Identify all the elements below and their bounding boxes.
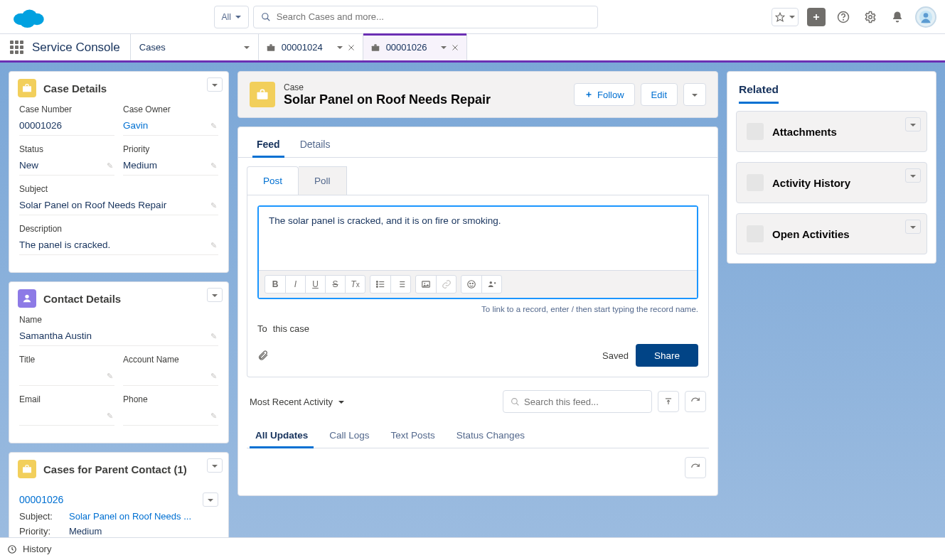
edit-pencil-icon[interactable]: ✎ [210,241,217,250]
contact-name-value[interactable]: Samantha Austin✎ [19,328,218,346]
tab-details[interactable]: Details [290,130,341,157]
bold-button[interactable]: B [265,276,285,293]
related-card-attachments[interactable]: Attachments [736,111,927,152]
setup-gear-button[interactable] [861,8,880,26]
bullet-list-button[interactable] [370,276,390,293]
workspace: Case Details Case Number 00001026 Case O… [0,63,945,556]
chevron-down-icon [789,11,795,22]
number-list-button[interactable] [390,276,410,293]
related-case-subject[interactable]: Solar Panel on Roof Needs ... [69,511,191,522]
edit-button[interactable]: Edit [641,83,678,106]
edit-pencil-icon[interactable]: ✎ [210,411,217,421]
related-card-activity-history[interactable]: Activity History [736,162,927,203]
chevron-down-icon[interactable] [337,42,343,53]
edit-pencil-icon[interactable]: ✎ [210,161,217,171]
case-owner-link[interactable]: Gavin✎ [123,117,218,136]
account-value[interactable]: ✎ [123,367,218,386]
related-card-open-activities[interactable]: Open Activities [736,213,927,254]
feed-tab-all[interactable]: All Updates [250,423,314,448]
clear-format-button[interactable]: Tx [345,276,365,293]
search-input[interactable] [271,11,590,22]
mention-button[interactable] [481,276,501,293]
share-button[interactable]: Share [636,344,698,367]
card-menu-button[interactable] [207,77,223,92]
salesforce-logo [11,6,46,28]
feed-tab-status[interactable]: Status Changes [451,423,530,448]
publisher-tab-poll[interactable]: Poll [299,166,347,195]
status-value[interactable]: New✎ [19,157,114,176]
phone-value[interactable]: ✎ [123,407,218,426]
case-details-card: Case Details Case Number 00001026 Case O… [9,71,229,273]
subject-value[interactable]: Solar Panel on Roof Needs Repair✎ [19,197,218,215]
svg-rect-23 [257,92,268,99]
star-icon [775,12,785,22]
feed-card: Feed Details Post Poll B I U [237,126,718,496]
description-value[interactable]: The panel is cracked.✎ [19,237,218,255]
feed-search[interactable] [503,390,652,413]
card-menu-button[interactable] [905,117,921,131]
post-textarea[interactable] [259,207,697,268]
email-value[interactable]: ✎ [19,407,114,426]
search-box[interactable] [253,6,598,28]
feed-refresh-button[interactable] [685,391,706,412]
edit-pencil-icon[interactable]: ✎ [210,332,217,341]
workspace-tab-00001026[interactable]: 00001026 [363,34,468,60]
title-value[interactable]: ✎ [19,367,114,386]
edit-pencil-icon[interactable]: ✎ [210,122,217,131]
close-icon[interactable] [347,43,356,52]
feed-tab-calls[interactable]: Call Logs [324,423,375,448]
user-avatar[interactable] [915,6,936,28]
feed-sort-dropdown[interactable]: Most Recent Activity [250,397,344,407]
app-launcher[interactable]: Service Console [0,34,131,60]
underline-button[interactable]: U [305,276,325,293]
favorites-button[interactable] [772,8,799,26]
search-scope-dropdown[interactable]: All [214,6,249,28]
feed-refresh-button[interactable] [685,457,706,478]
card-menu-button[interactable] [207,458,223,473]
edit-pencil-icon[interactable]: ✎ [107,161,113,171]
notifications-button[interactable] [888,8,907,26]
header-utilities [772,6,936,28]
svg-point-38 [470,283,471,284]
svg-point-30 [376,286,378,288]
attach-file-button[interactable] [257,350,269,361]
emoji-button[interactable] [461,276,481,293]
object-nav-cases[interactable]: Cases [131,34,259,60]
svg-point-26 [376,281,378,283]
to-value[interactable]: this case [273,323,309,334]
case-icon [250,82,275,107]
card-menu-button[interactable] [905,168,921,183]
priority-value[interactable]: Medium✎ [123,157,218,176]
follow-button[interactable]: Follow [574,83,635,106]
related-title[interactable]: Related [739,83,779,104]
related-cases-card: Cases for Parent Contact (1) 00001026 Su… [9,452,229,547]
publisher-tab-post[interactable]: Post [247,166,299,195]
chevron-down-icon[interactable] [441,42,447,53]
edit-pencil-icon[interactable]: ✎ [107,372,113,381]
strike-button[interactable]: S [325,276,345,293]
feed-expand-button[interactable] [658,391,679,412]
close-icon[interactable] [451,43,459,52]
global-actions-button[interactable] [807,8,826,26]
link-button[interactable] [436,276,456,293]
svg-point-10 [843,19,844,20]
related-case-link[interactable]: 00001026 [19,494,63,505]
edit-pencil-icon[interactable]: ✎ [210,201,217,210]
edit-pencil-icon[interactable]: ✎ [210,372,217,381]
nav-bar: Service Console Cases 00001024 00001026 [0,34,945,63]
edit-pencil-icon[interactable]: ✎ [107,411,113,421]
actions-menu-button[interactable] [683,83,706,106]
feed-tab-text[interactable]: Text Posts [385,423,441,448]
case-icon [18,460,36,478]
tab-feed[interactable]: Feed [247,130,290,157]
svg-rect-14 [267,45,275,50]
help-button[interactable] [834,8,853,26]
italic-button[interactable]: I [285,276,305,293]
workspace-tab-00001024[interactable]: 00001024 [259,34,363,60]
card-menu-button[interactable] [207,288,223,302]
feed-search-input[interactable] [520,397,644,407]
card-menu-button[interactable] [905,220,921,234]
image-button[interactable] [416,276,436,293]
utility-history-button[interactable]: History [23,544,51,554]
row-menu-button[interactable] [203,492,218,507]
